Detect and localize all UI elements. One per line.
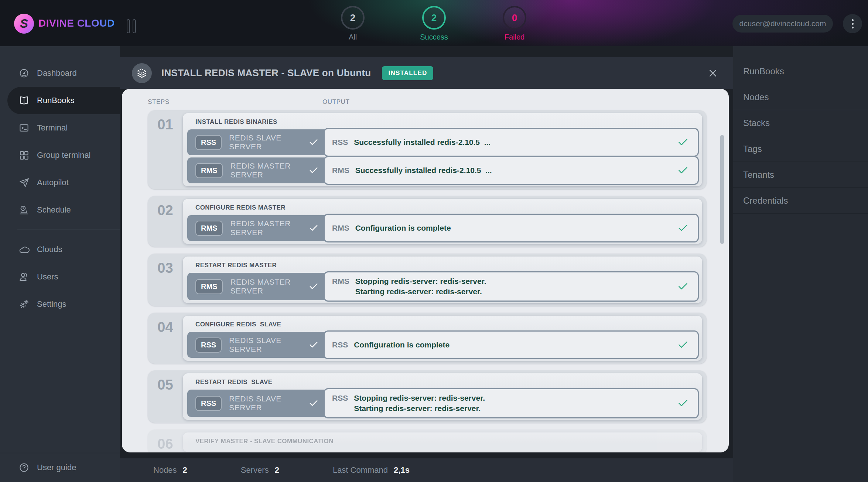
clock-icon <box>18 204 30 215</box>
output-server-code: RSS <box>332 340 348 350</box>
step-05: 05 RESTART REDIS SLAVE RSS REDIS SLAVE S… <box>148 370 707 423</box>
runbook-modal-header: INSTALL REDIS MASTER - SLAVE on Ubuntu I… <box>120 57 733 89</box>
checkmark-icon <box>308 398 319 408</box>
sidebar-item-clouds[interactable]: Clouds <box>0 236 120 263</box>
step-card: CONFIGURE REDIS SLAVE RSS REDIS SLAVE SE… <box>183 316 702 361</box>
step-title: CONFIGURE REDIS MASTER <box>195 204 698 211</box>
counter-failed-label: Failed <box>491 33 539 41</box>
counter-all[interactable]: 2 All <box>329 6 377 41</box>
server-row[interactable]: RMS REDIS MASTER SERVER RMS Stopping red… <box>187 273 698 300</box>
stat-servers: Servers 2 <box>241 465 279 475</box>
server-code-badge: RSS <box>195 396 222 411</box>
checkmark-icon <box>308 137 319 147</box>
brand-name: DIVINE CLOUD <box>38 17 115 29</box>
server-name: REDIS MASTER SERVER <box>230 219 308 237</box>
step-number: 06 <box>148 432 183 452</box>
sidebar-item-dashboard[interactable]: Dashboard <box>0 60 120 87</box>
step-06: 06 VERIFY MASTER - SLAVE COMMUNICATION <box>148 430 707 452</box>
checkmark-icon <box>308 165 319 176</box>
sidebar-item-terminal[interactable]: Terminal <box>0 114 120 142</box>
close-button[interactable] <box>708 68 718 78</box>
server-name: REDIS SLAVE SERVER <box>229 336 308 354</box>
users-icon <box>18 271 30 282</box>
server-code-badge: RSS <box>195 135 222 150</box>
server-chip: RMS REDIS MASTER SERVER <box>187 157 325 183</box>
server-code-badge: RMS <box>195 221 223 236</box>
step-03: 03 RESTART REDIS MASTER RMS REDIS MASTER… <box>148 254 707 306</box>
right-sidebar-item-stacks[interactable]: Stacks <box>733 110 868 136</box>
counter-success[interactable]: 2 Success <box>410 6 458 41</box>
server-row[interactable]: RSS REDIS SLAVE SERVER RSS Configuration… <box>187 332 698 358</box>
pause-icon <box>133 19 136 33</box>
sidebar-item-settings[interactable]: Settings <box>0 291 120 318</box>
right-sidebar-item-nodes[interactable]: Nodes <box>733 84 868 110</box>
stat-last-command: Last Command 2,1s <box>333 465 410 475</box>
success-check-icon <box>677 136 689 148</box>
left-sidebar: Dashboard RunBooks Terminal Group termin… <box>0 46 120 482</box>
right-sidebar-item-tags[interactable]: Tags <box>733 136 868 162</box>
sidebar-item-runbooks[interactable]: RunBooks <box>7 87 120 114</box>
book-icon <box>18 95 30 106</box>
sidebar-item-users[interactable]: Users <box>0 263 120 291</box>
runbook-modal-body: STEPS OUTPUT 01 INSTALL REDIS BINARIES R… <box>122 89 729 452</box>
right-sidebar-item-tenants[interactable]: Tenants <box>733 162 868 188</box>
sidebar-item-autopilot[interactable]: Autopilot <box>0 169 120 196</box>
server-row[interactable]: RMS REDIS MASTER SERVER RMS Successfully… <box>187 157 698 183</box>
counter-failed[interactable]: 0 Failed <box>491 6 539 41</box>
stat-value: 2 <box>183 465 187 475</box>
success-check-icon <box>677 164 689 176</box>
server-row[interactable]: RSS REDIS SLAVE SERVER RSS Successfully … <box>187 129 698 155</box>
server-chip: RSS REDIS SLAVE SERVER <box>187 129 325 155</box>
output-message: Stopping redis-server: redis-server. <box>355 276 486 286</box>
sidebar-item-group-terminal[interactable]: Group terminal <box>0 142 120 169</box>
sidebar-collapse-button[interactable] <box>127 19 136 33</box>
output-server-code: RSS <box>332 393 348 403</box>
sidebar-item-schedule[interactable]: Schedule <box>0 196 120 224</box>
kebab-menu-icon <box>852 27 854 28</box>
sidebar-item-user-guide[interactable]: User guide <box>0 453 120 482</box>
column-headers: STEPS OUTPUT <box>148 98 729 106</box>
output-box: RSS Stopping redis-server: redis-server.… <box>324 388 699 418</box>
status-bar: Nodes 2 Servers 2 Last Command 2,1s <box>120 458 733 482</box>
stat-nodes: Nodes 2 <box>153 465 187 475</box>
sidebar-item-label: User guide <box>37 463 76 472</box>
right-sidebar-item-runbooks[interactable]: RunBooks <box>733 58 868 84</box>
brand-logo-letter: S <box>20 17 28 31</box>
sidebar-item-label: Clouds <box>37 245 62 254</box>
step-number: 02 <box>148 199 183 244</box>
output-message: Configuration is complete <box>354 340 450 350</box>
output-message: Stopping redis-server: redis-server. <box>354 393 485 403</box>
step-title: RESTART REDIS MASTER <box>195 262 698 269</box>
success-check-icon <box>677 281 689 292</box>
sidebar-divider <box>17 230 120 230</box>
output-box: RMS Stopping redis-server: redis-server.… <box>324 271 699 302</box>
user-email-pill[interactable]: dcuser@divinecloud.com <box>732 15 833 33</box>
right-sidebar: RunBooks Nodes Stacks Tags Tenants Crede… <box>733 46 868 482</box>
scrollbar-thumb[interactable] <box>720 135 724 244</box>
server-row[interactable]: RMS REDIS MASTER SERVER RMS Configuratio… <box>187 215 698 241</box>
stat-label: Servers <box>241 465 269 475</box>
kebab-menu-icon <box>852 19 854 21</box>
step-card: CONFIGURE REDIS MASTER RMS REDIS MASTER … <box>183 199 702 244</box>
counter-all-label: All <box>329 33 377 41</box>
sidebar-item-label: Terminal <box>37 123 68 133</box>
steps-list: 01 INSTALL REDIS BINARIES RSS REDIS SLAV… <box>122 106 729 452</box>
step-number: 03 <box>148 257 183 303</box>
step-card: VERIFY MASTER - SLAVE COMMUNICATION <box>183 432 702 452</box>
counter-failed-value: 0 <box>503 6 526 30</box>
server-row[interactable]: RSS REDIS SLAVE SERVER RSS Stopping redi… <box>187 390 698 417</box>
terminal-icon <box>18 122 30 133</box>
checkmark-icon <box>308 340 319 350</box>
step-number: 01 <box>148 113 183 186</box>
step-title: VERIFY MASTER - SLAVE COMMUNICATION <box>195 438 698 445</box>
kebab-menu-button[interactable] <box>843 14 862 33</box>
right-sidebar-item-credentials[interactable]: Credentials <box>733 188 868 214</box>
stat-value: 2 <box>275 465 279 475</box>
server-chip: RMS REDIS MASTER SERVER <box>187 215 325 241</box>
output-message: Successfully installed redis-2.10.5 ... <box>354 137 491 147</box>
success-check-icon <box>677 339 689 351</box>
output-server-code: RMS <box>332 165 349 176</box>
server-chip: RSS REDIS SLAVE SERVER <box>187 332 325 358</box>
question-icon <box>18 462 30 473</box>
gear-icon <box>18 299 30 310</box>
